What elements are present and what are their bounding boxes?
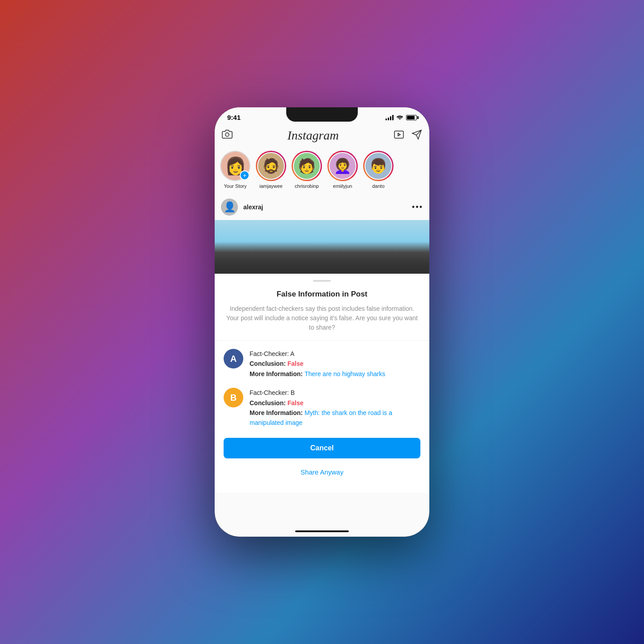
checker-a-name: Fact-Checker: A bbox=[250, 349, 420, 359]
checker-a-more-info: More Information: There are no highway s… bbox=[250, 369, 420, 379]
story-ring-3: 👩‍🦱 bbox=[327, 151, 358, 181]
story-label-3: emiilyjun bbox=[333, 183, 352, 189]
bottom-sheet: False Information in Post Independent fa… bbox=[215, 274, 429, 493]
checker-info-a: Fact-Checker: A Conclusion: False More I… bbox=[250, 349, 420, 379]
story-ring-2: 🧑 bbox=[292, 151, 322, 181]
phone-screen: 9:41 bbox=[215, 107, 429, 537]
fact-checker-b: B Fact-Checker: B Conclusion: False More… bbox=[224, 388, 420, 428]
story-item-4[interactable]: 👦 danto bbox=[363, 151, 394, 189]
your-story-label: Your Story bbox=[224, 183, 247, 189]
battery-icon bbox=[406, 115, 417, 120]
story-item-1[interactable]: 🧔 iamjaywee bbox=[256, 151, 286, 189]
igtv-icon[interactable] bbox=[394, 129, 404, 142]
post-avatar: 👤 bbox=[221, 199, 238, 216]
post-header: 👤 alexraj ••• bbox=[215, 194, 429, 220]
checker-info-b: Fact-Checker: B Conclusion: False More I… bbox=[250, 388, 420, 428]
story-ring-1: 🧔 bbox=[256, 151, 286, 181]
camera-icon[interactable] bbox=[222, 129, 233, 142]
checker-b-conclusion: Conclusion: False bbox=[250, 398, 420, 408]
share-anyway-button[interactable]: Share Anyway bbox=[224, 464, 420, 480]
story-label-2: chrisrobinp bbox=[295, 183, 319, 189]
home-indicator bbox=[295, 530, 349, 532]
post-image bbox=[215, 220, 429, 274]
story-item-2[interactable]: 🧑 chrisrobinp bbox=[292, 151, 322, 189]
fact-checkers-list: A Fact-Checker: A Conclusion: False More… bbox=[224, 349, 420, 428]
status-time: 9:41 bbox=[227, 114, 241, 121]
sheet-title: False Information in Post bbox=[224, 290, 420, 299]
cancel-button[interactable]: Cancel bbox=[224, 438, 420, 458]
story-avatar-3: 👩‍🦱 bbox=[329, 152, 356, 180]
status-icons bbox=[386, 114, 417, 121]
sheet-handle bbox=[313, 280, 331, 282]
post-username[interactable]: alexraj bbox=[243, 203, 412, 211]
checker-b-name: Fact-Checker: B bbox=[250, 388, 420, 398]
story-avatar-1: 🧔 bbox=[257, 152, 285, 180]
story-avatar-2: 🧑 bbox=[293, 152, 321, 180]
post-more-button[interactable]: ••• bbox=[412, 203, 423, 212]
wifi-icon bbox=[396, 114, 403, 121]
fact-checker-a: A Fact-Checker: A Conclusion: False More… bbox=[224, 349, 420, 379]
story-item-3[interactable]: 👩‍🦱 emiilyjun bbox=[327, 151, 358, 189]
send-icon[interactable] bbox=[411, 129, 422, 142]
checker-b-more-info: More Information: Myth: the shark on the… bbox=[250, 408, 420, 428]
signal-icon bbox=[386, 115, 394, 120]
ig-header: Instagram bbox=[215, 125, 429, 147]
story-label-1: iamjaywee bbox=[259, 183, 283, 189]
your-story-ring: 👩 + bbox=[220, 151, 250, 181]
phone-frame: 9:41 bbox=[215, 107, 429, 537]
story-item-your[interactable]: 👩 + Your Story bbox=[220, 151, 250, 189]
story-label-4: danto bbox=[372, 183, 385, 189]
svg-rect-1 bbox=[394, 131, 403, 138]
checker-badge-a: A bbox=[224, 349, 243, 369]
svg-point-0 bbox=[225, 133, 229, 136]
notch bbox=[286, 107, 358, 122]
add-story-badge[interactable]: + bbox=[240, 170, 250, 180]
stories-row: 👩 + Your Story 🧔 iamjaywee bbox=[215, 147, 429, 194]
checker-badge-b: B bbox=[224, 388, 243, 407]
story-avatar-4: 👦 bbox=[364, 152, 392, 180]
header-right-icons bbox=[394, 129, 422, 142]
instagram-logo: Instagram bbox=[287, 128, 339, 143]
sheet-description: Independent fact-checkers say this post … bbox=[224, 304, 420, 332]
sheet-divider bbox=[215, 340, 429, 341]
checker-a-conclusion: Conclusion: False bbox=[250, 359, 420, 369]
story-ring-4: 👦 bbox=[363, 151, 394, 181]
